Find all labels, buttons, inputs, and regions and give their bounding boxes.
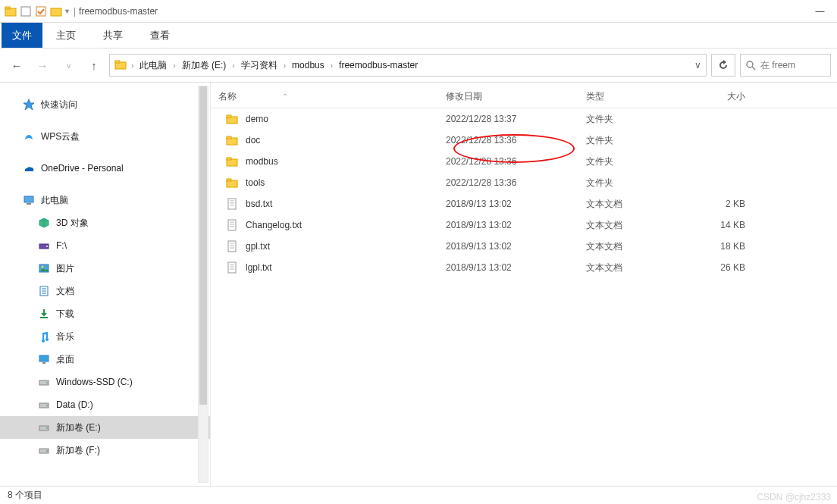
- ribbon-tab-share[interactable]: 共享: [89, 23, 136, 48]
- svg-point-30: [46, 450, 48, 452]
- checkbox-icon[interactable]: [35, 5, 47, 17]
- sidebar-item[interactable]: 文档: [0, 280, 210, 302]
- sidebar-item-label: 此电脑: [41, 194, 68, 207]
- file-name: Changelog.txt: [246, 220, 302, 230]
- svg-point-24: [46, 382, 48, 383]
- titlebar: ▼ | freemodbus-master —: [0, 0, 837, 23]
- file-name: gpl.txt: [246, 241, 270, 252]
- file-type: 文件夹: [586, 155, 692, 168]
- chevron-right-icon[interactable]: ›: [282, 61, 287, 70]
- chevron-right-icon[interactable]: ›: [230, 61, 236, 70]
- sidebar-scrollbar[interactable]: [198, 86, 208, 483]
- back-button[interactable]: ←: [6, 55, 27, 76]
- chevron-down-icon[interactable]: ∨: [694, 60, 701, 70]
- file-date: 2018/9/13 13:02: [446, 241, 586, 252]
- svg-marker-9: [24, 99, 34, 110]
- sidebar-item-label: 快速访问: [41, 99, 77, 111]
- file-type: 文本文档: [586, 240, 692, 253]
- sidebar-item[interactable]: Data (D:): [0, 393, 210, 416]
- file-row[interactable]: modbus2022/12/28 13:36文件夹: [211, 151, 837, 172]
- sidebar-item[interactable]: 图片: [0, 257, 210, 280]
- sidebar-item[interactable]: 音乐: [0, 325, 210, 348]
- chevron-right-icon[interactable]: ›: [171, 61, 177, 70]
- navbar: ← → ∨ ↑ › 此电脑 › 新加卷 (E:) › 学习资料 › modbus…: [0, 49, 837, 83]
- breadcrumb-item[interactable]: 新加卷 (E:): [180, 59, 228, 72]
- sidebar-item[interactable]: F:\: [0, 234, 210, 257]
- main-content: 快速访问WPS云盘OneDrive - Personal此电脑3D 对象F:\图…: [0, 83, 837, 486]
- header-type[interactable]: 类型: [586, 90, 692, 103]
- file-row[interactable]: doc2022/12/28 13:36文件夹: [211, 130, 837, 151]
- header-size[interactable]: 大小: [692, 90, 760, 103]
- sidebar-item[interactable]: 快速访问: [0, 93, 210, 116]
- sidebar-item[interactable]: OneDrive - Personal: [0, 157, 210, 180]
- minimize-button[interactable]: —: [803, 0, 837, 23]
- sidebar-item[interactable]: 3D 对象: [0, 211, 210, 234]
- window-title: freemodbus-master: [79, 6, 158, 17]
- ribbon-file[interactable]: 文件: [2, 23, 42, 48]
- desktop-icon: [38, 353, 50, 365]
- sidebar-item-label: OneDrive - Personal: [41, 163, 124, 174]
- chevron-right-icon[interactable]: ›: [329, 61, 334, 70]
- file-row[interactable]: lgpl.txt2018/9/13 13:02文本文档26 KB: [211, 257, 837, 278]
- ribbon-tab-view[interactable]: 查看: [136, 23, 183, 48]
- header-name[interactable]: 名称 ⌃: [218, 90, 446, 103]
- file-row[interactable]: demo2022/12/28 13:37文件夹: [211, 108, 837, 130]
- sidebar-item-label: 3D 对象: [56, 217, 89, 230]
- sidebar-item[interactable]: 新加卷 (F:): [0, 439, 210, 462]
- sidebar-item[interactable]: 新加卷 (E:): [0, 416, 210, 439]
- chevron-down-icon[interactable]: ▼: [64, 8, 71, 15]
- file-name: tools: [246, 177, 265, 188]
- sidebar-item[interactable]: 此电脑: [0, 189, 210, 211]
- file-type: 文件夹: [586, 177, 692, 189]
- file-row[interactable]: Changelog.txt2018/9/13 13:02文本文档14 KB: [211, 214, 837, 236]
- svg-rect-43: [228, 220, 236, 230]
- ribbon-tab-home[interactable]: 主页: [42, 23, 89, 48]
- svg-line-8: [752, 67, 755, 70]
- sidebar: 快速访问WPS云盘OneDrive - Personal此电脑3D 对象F:\图…: [0, 83, 211, 486]
- breadcrumb-item[interactable]: modbus: [290, 60, 326, 70]
- file-name: bsd.txt: [246, 199, 272, 209]
- sidebar-item[interactable]: Windows-SSD (C:): [0, 371, 210, 393]
- sidebar-item-label: 文档: [56, 285, 74, 298]
- scrollbar-thumb[interactable]: [199, 86, 207, 405]
- up-button[interactable]: ↑: [83, 55, 105, 76]
- search-input[interactable]: 在 freem: [740, 54, 831, 77]
- file-name: modbus: [246, 156, 278, 167]
- breadcrumb-item[interactable]: 学习资料: [240, 59, 279, 72]
- file-row[interactable]: tools2022/12/28 13:36文件夹: [211, 172, 837, 193]
- file-row[interactable]: gpl.txt2018/9/13 13:02文本文档18 KB: [211, 236, 837, 257]
- svg-rect-3: [36, 7, 45, 16]
- svg-rect-22: [42, 362, 45, 364]
- file-date: 2018/9/13 13:02: [446, 220, 586, 230]
- pictures-icon: [38, 262, 50, 274]
- svg-rect-11: [27, 203, 31, 205]
- address-bar[interactable]: › 此电脑 › 新加卷 (E:) › 学习资料 › modbus › freem…: [109, 54, 707, 77]
- forward-button[interactable]: →: [32, 55, 53, 76]
- svg-rect-2: [21, 7, 30, 16]
- recent-dropdown[interactable]: ∨: [58, 55, 79, 76]
- header-date[interactable]: 修改日期: [446, 90, 586, 103]
- file-row[interactable]: bsd.txt2018/9/13 13:02文本文档2 KB: [211, 193, 837, 214]
- sidebar-item[interactable]: 下载: [0, 302, 210, 325]
- file-size: 2 KB: [692, 199, 760, 209]
- save-icon[interactable]: [20, 5, 32, 17]
- file-name: lgpl.txt: [246, 262, 272, 273]
- svg-rect-21: [39, 355, 49, 362]
- music-icon: [38, 330, 50, 343]
- file-icon: [226, 219, 238, 231]
- breadcrumb-item[interactable]: 此电脑: [138, 59, 168, 72]
- svg-rect-39: [228, 199, 236, 209]
- breadcrumb-item[interactable]: freemodbus-master: [337, 60, 419, 70]
- onedrive-icon: [23, 162, 35, 174]
- drive-f-icon: [38, 239, 50, 252]
- svg-rect-4: [51, 8, 61, 16]
- sort-indicator-icon: ⌃: [282, 92, 288, 101]
- sidebar-item[interactable]: 桌面: [0, 348, 210, 371]
- refresh-button[interactable]: [711, 54, 735, 77]
- file-icon: [226, 240, 238, 252]
- disk-icon: [38, 444, 50, 456]
- sidebar-item[interactable]: WPS云盘: [0, 125, 210, 148]
- chevron-right-icon[interactable]: ›: [130, 61, 135, 70]
- file-type: 文本文档: [586, 198, 692, 211]
- folder-icon[interactable]: [50, 5, 62, 17]
